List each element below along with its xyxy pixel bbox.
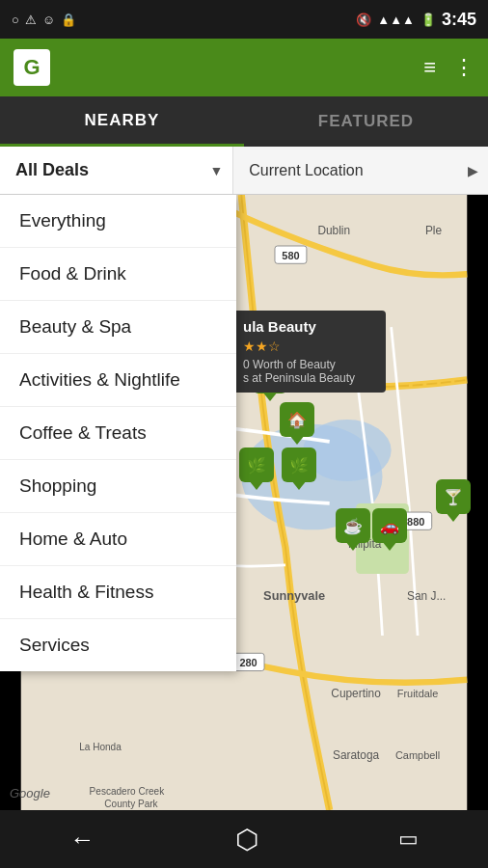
map-marker-spa2[interactable]: 🌿 xyxy=(282,448,316,482)
map-marker-nightlife[interactable]: 🍸 xyxy=(436,479,471,514)
dropdown-item-home-auto[interactable]: Home & Auto xyxy=(0,513,236,566)
google-watermark: Google xyxy=(10,786,50,800)
warning-icon: ⚠ xyxy=(25,13,37,27)
svg-text:Dublin: Dublin xyxy=(317,224,350,237)
svg-text:La Honda: La Honda xyxy=(79,742,122,752)
status-bar-left: ○ ⚠ ☺ 🔒 xyxy=(12,13,76,27)
svg-text:County Park: County Park xyxy=(104,799,158,809)
tab-bar: NEARBY FEATURED xyxy=(0,96,488,147)
svg-text:Ple: Ple xyxy=(425,224,443,237)
location-filter[interactable]: Current Location xyxy=(233,147,488,194)
all-deals-filter[interactable]: All Deals xyxy=(0,147,233,194)
map-marker-home[interactable]: 🏠 xyxy=(280,402,314,437)
app-bar-icons: ≡ ⋮ xyxy=(423,55,474,80)
popup-title: ula Beauty xyxy=(243,318,374,335)
tab-featured[interactable]: FEATURED xyxy=(244,96,488,147)
dropdown-item-food-drink[interactable]: Food & Drink xyxy=(0,248,236,301)
svg-text:Cupertino: Cupertino xyxy=(331,687,381,700)
dropdown-item-coffee-treats[interactable]: Coffee & Treats xyxy=(0,407,236,460)
app-logo[interactable]: G xyxy=(14,49,50,86)
lock-icon: 🔒 xyxy=(61,13,76,27)
svg-text:880: 880 xyxy=(407,516,424,528)
svg-text:San J...: San J... xyxy=(407,589,446,603)
svg-text:Pescadero Creek: Pescadero Creek xyxy=(90,786,166,797)
map-popup: ula Beauty ★★☆ 0 Worth of Beauty s at Pe… xyxy=(231,311,386,393)
status-bar-right: 🔇 ▲▲▲ 🔋 3:45 xyxy=(356,10,476,30)
signal-icon: ▲▲▲ xyxy=(377,13,415,27)
home-button[interactable]: ⬡ xyxy=(216,816,278,863)
main-content: All Deals Current Location xyxy=(0,147,488,810)
battery-icon: 🔋 xyxy=(420,13,436,27)
dropdown-item-services[interactable]: Services xyxy=(0,619,236,671)
dropdown-item-health-fitness[interactable]: Health & Fitness xyxy=(0,566,236,619)
status-time: 3:45 xyxy=(442,10,476,30)
popup-line1: 0 Worth of Beauty xyxy=(243,358,374,371)
circle-icon: ○ xyxy=(12,13,19,27)
dropdown-item-everything[interactable]: Everything xyxy=(0,195,236,248)
svg-text:280: 280 xyxy=(239,657,257,668)
map-marker-auto[interactable]: 🚗 xyxy=(372,508,407,543)
svg-text:Fruitdale: Fruitdale xyxy=(397,688,439,699)
svg-text:Campbell: Campbell xyxy=(395,749,440,761)
svg-text:Sunnyvale: Sunnyvale xyxy=(263,588,325,603)
map-area[interactable]: 580 880 880 280 Dublin Hayward Ple Castr… xyxy=(0,195,488,810)
recent-apps-button[interactable]: ▭ xyxy=(379,819,438,859)
dropdown-item-beauty-spa[interactable]: Beauty & Spa xyxy=(0,301,236,354)
mute-icon: 🔇 xyxy=(356,13,371,27)
nav-bar: ← ⬡ ▭ xyxy=(0,810,488,868)
svg-text:Saratoga: Saratoga xyxy=(333,748,380,762)
svg-text:580: 580 xyxy=(282,250,299,261)
popup-line2: s at Peninsula Beauty xyxy=(243,371,374,385)
dropdown-item-shopping[interactable]: Shopping xyxy=(0,460,236,513)
map-marker-coffee[interactable]: ☕ xyxy=(336,508,370,543)
more-icon[interactable]: ⋮ xyxy=(453,55,474,80)
status-bar: ○ ⚠ ☺ 🔒 🔇 ▲▲▲ 🔋 3:45 xyxy=(0,0,488,39)
smiley-icon: ☺ xyxy=(42,13,55,27)
app-bar: G ≡ ⋮ xyxy=(0,39,488,96)
popup-stars: ★★☆ xyxy=(243,339,374,354)
map-marker-spa1[interactable]: 🌿 xyxy=(239,448,274,482)
menu-icon[interactable]: ≡ xyxy=(423,55,436,80)
tab-nearby[interactable]: NEARBY xyxy=(0,96,244,147)
back-button[interactable]: ← xyxy=(51,817,115,862)
dropdown-menu: Everything Food & Drink Beauty & Spa Act… xyxy=(0,195,236,671)
dropdown-item-activities[interactable]: Activities & Nightlife xyxy=(0,354,236,407)
filter-bar: All Deals Current Location xyxy=(0,147,488,195)
